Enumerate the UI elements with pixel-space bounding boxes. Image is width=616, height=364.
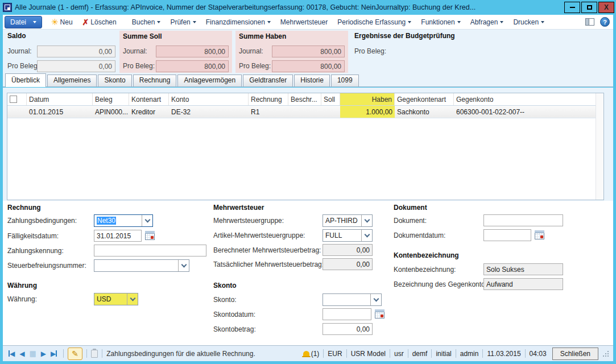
- cell-gegenkonto[interactable]: 606300-001-022-007--: [454, 106, 596, 118]
- cell-soll[interactable]: [321, 106, 340, 118]
- col-rechnung[interactable]: Rechnung: [249, 93, 288, 105]
- skontodatum-field[interactable]: [323, 308, 371, 320]
- chevron-down-icon[interactable]: [127, 293, 138, 305]
- schliessen-button[interactable]: Schließen: [552, 348, 598, 360]
- menu-pruefen[interactable]: Prüfen: [170, 18, 196, 26]
- zahlungsbedingungen-combobox[interactable]: Net30: [94, 214, 153, 227]
- calendar-icon[interactable]: [375, 309, 385, 318]
- select-all-checkbox[interactable]: [10, 96, 17, 103]
- calendar-icon[interactable]: [145, 231, 155, 240]
- skontobetrag-label: Skontobetrag:: [213, 323, 256, 336]
- minimize-button[interactable]: [564, 2, 580, 13]
- menu-abfragen[interactable]: Abfragen: [470, 18, 504, 26]
- calendar-icon[interactable]: [535, 230, 544, 239]
- chevron-down-icon: [408, 21, 411, 23]
- menu-finanzdimensionen[interactable]: Finanzdimensionen: [206, 18, 271, 26]
- menu-funktionen[interactable]: Funktionen: [421, 18, 460, 26]
- col-datum[interactable]: Datum: [27, 93, 93, 105]
- tab-geldtransfer[interactable]: Geldtransfer: [243, 75, 293, 86]
- status-layer[interactable]: usr: [394, 350, 404, 358]
- col-konto[interactable]: Konto: [169, 93, 249, 105]
- col-soll[interactable]: Soll: [321, 93, 340, 105]
- help-icon[interactable]: ?: [600, 17, 610, 27]
- menu-drucken[interactable]: Drucken: [513, 18, 544, 26]
- chevron-down-icon: [33, 21, 36, 23]
- vertical-scrollbar[interactable]: [596, 93, 603, 200]
- status-user[interactable]: admin: [460, 350, 479, 358]
- edit-record-button[interactable]: ✎: [68, 348, 82, 360]
- steuerbefreiungsnummer-combobox[interactable]: [94, 259, 189, 272]
- chevron-down-icon[interactable]: [370, 294, 381, 305]
- col-gegenkontenart[interactable]: Gegenkontenart: [395, 93, 454, 105]
- dokument-field[interactable]: [483, 214, 563, 226]
- first-record-button[interactable]: ◀: [9, 350, 15, 358]
- delete-button[interactable]: ✗Löschen: [82, 18, 117, 26]
- status-time: 04:03: [530, 350, 547, 358]
- tab-strip: Überblick Allgemeines Skonto Rechnung An…: [3, 74, 613, 87]
- previous-record-button[interactable]: ◀: [19, 350, 24, 358]
- steuerbefreiungsnummer-label: Steuerbefreiungsnummer:: [7, 259, 86, 272]
- detail-form: Rechnung Zahlungsbedingungen: Net30 Fäll…: [3, 201, 613, 345]
- cell-beleg[interactable]: APIN000...: [93, 106, 129, 118]
- preview-pane-icon[interactable]: [585, 18, 594, 26]
- col-haben[interactable]: Haben: [340, 93, 395, 105]
- new-star-icon: ✳: [51, 18, 59, 26]
- waehrung-heading: Währung: [7, 282, 37, 289]
- notification-count[interactable]: (1): [311, 350, 320, 358]
- maximize-button[interactable]: [581, 2, 597, 13]
- table-row[interactable]: 01.01.2015 APIN000... Kreditor DE-32 R1 …: [7, 106, 596, 118]
- file-menu-button[interactable]: Datei: [5, 16, 42, 28]
- chevron-down-icon[interactable]: [178, 260, 189, 271]
- close-button[interactable]: X: [598, 2, 614, 13]
- menu-periodische-erfassung[interactable]: Periodische Erfassung: [337, 18, 411, 26]
- col-beleg[interactable]: Beleg: [93, 93, 129, 105]
- saldo-journal-label: Journal:: [7, 47, 32, 55]
- tab-skonto[interactable]: Skonto: [98, 75, 131, 86]
- tab-ueberblick[interactable]: Überblick: [5, 73, 46, 87]
- new-button[interactable]: ✳Neu: [51, 18, 73, 26]
- cell-konto[interactable]: DE-32: [169, 106, 249, 118]
- cell-gegenkontenart[interactable]: Sachkonto: [395, 106, 454, 118]
- skonto-label: Skonto:: [213, 293, 237, 306]
- mehrwertsteuergruppe-combobox[interactable]: AP-THIRD: [323, 214, 373, 227]
- status-currency[interactable]: EUR: [328, 350, 342, 358]
- chevron-down-icon[interactable]: [142, 215, 152, 226]
- waehrung-combobox[interactable]: USD: [94, 293, 138, 305]
- cell-haben[interactable]: 1.000,00: [340, 106, 395, 118]
- last-record-button[interactable]: ▶: [51, 350, 57, 358]
- col-gegenkonto[interactable]: Gegenkonto: [454, 93, 596, 105]
- status-partition[interactable]: initial: [436, 350, 451, 358]
- skontobetrag-field[interactable]: 0,00: [323, 323, 373, 335]
- cell-beschr[interactable]: [288, 106, 321, 118]
- col-beschr[interactable]: Beschr...: [288, 93, 321, 105]
- chevron-down-icon[interactable]: [361, 230, 372, 241]
- tab-historie[interactable]: Historie: [294, 75, 330, 86]
- menu-buchen[interactable]: Buchen: [132, 18, 161, 26]
- summary-panel: Saldo Journal: 0,00 Pro Beleg: 0,00 Summ…: [3, 30, 613, 74]
- next-record-button[interactable]: ▶: [41, 350, 46, 358]
- status-model[interactable]: USR Model: [351, 350, 386, 358]
- row-selector-cell[interactable]: [7, 106, 27, 118]
- col-kontenart[interactable]: Kontenart: [129, 93, 169, 105]
- resize-grip[interactable]: [603, 350, 610, 357]
- artikel-mehrwertsteuergruppe-combobox[interactable]: FULL: [323, 229, 373, 242]
- bell-icon[interactable]: [303, 351, 309, 357]
- status-company[interactable]: demf: [412, 350, 428, 358]
- tab-1099[interactable]: 1099: [331, 75, 359, 86]
- chevron-down-icon[interactable]: [361, 215, 372, 226]
- tab-anlagevermoegen[interactable]: Anlagevermögen: [177, 75, 242, 86]
- tab-allgemeines[interactable]: Allgemeines: [47, 75, 97, 86]
- clipboard-icon[interactable]: [91, 350, 98, 358]
- dokumentdatum-field[interactable]: [483, 229, 531, 241]
- menu-mehrwertsteuer[interactable]: Mehrwertsteuer: [280, 18, 328, 26]
- cell-rechnung[interactable]: R1: [249, 106, 288, 118]
- skonto-combobox[interactable]: [323, 293, 382, 306]
- faelligkeitsdatum-field[interactable]: 31.01.2015: [94, 230, 142, 242]
- cell-datum[interactable]: 01.01.2015: [27, 106, 93, 118]
- zahlungskennung-field[interactable]: [94, 245, 206, 257]
- window-title: Alle Journale (1 - demf) - Erfassung: AP…: [15, 3, 562, 11]
- grid-view-icon[interactable]: ▦: [29, 349, 36, 358]
- cell-kontenart[interactable]: Kreditor: [129, 106, 169, 118]
- tab-rechnung[interactable]: Rechnung: [133, 75, 177, 86]
- chevron-down-icon: [193, 21, 196, 23]
